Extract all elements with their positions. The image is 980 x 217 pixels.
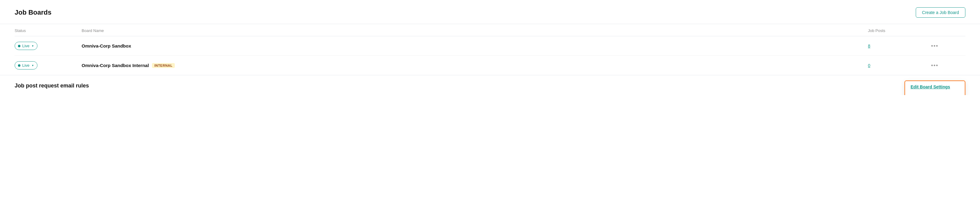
col-status: Status	[14, 28, 82, 33]
dot-1b	[934, 45, 935, 46]
board-name-cell-2: Omniva-Corp Sandbox Internal INTERNAL	[82, 63, 868, 68]
bottom-section: Job post request email rules	[0, 75, 980, 95]
dot-1c	[936, 45, 938, 46]
dot-2c	[936, 65, 938, 66]
menu-dots-button-1[interactable]	[929, 44, 940, 48]
actions-cell-2: Edit Board Settings Edit Post Settings T…	[929, 64, 966, 67]
status-dot-2	[18, 64, 21, 67]
menu-dots-button-2[interactable]	[929, 64, 940, 67]
board-name-2: Omniva-Corp Sandbox Internal	[82, 63, 149, 68]
table-header: Status Board Name Job Posts	[14, 24, 966, 36]
board-name-1: Omniva-Corp Sandbox	[82, 43, 131, 48]
status-label-1: Live	[22, 43, 30, 48]
dot-2b	[934, 65, 935, 66]
create-job-board-button[interactable]: Create a Job Board	[916, 7, 966, 18]
col-job-posts: Job Posts	[868, 28, 929, 33]
dropdown-item-edit-board-settings[interactable]: Edit Board Settings	[905, 81, 965, 93]
status-label-2: Live	[22, 63, 30, 68]
job-posts-cell-1: 8	[868, 43, 929, 48]
job-posts-count-2[interactable]: 0	[868, 63, 870, 68]
table-row-2: Live ▾ Omniva-Corp Sandbox Internal INTE…	[14, 56, 966, 75]
dot-2a	[931, 65, 933, 66]
col-board-name: Board Name	[82, 28, 868, 33]
chevron-down-icon-2: ▾	[32, 64, 33, 67]
status-cell-1: Live ▾	[14, 42, 82, 50]
status-badge-2[interactable]: Live ▾	[14, 61, 37, 70]
col-actions	[929, 28, 966, 33]
internal-badge: INTERNAL	[152, 63, 175, 68]
status-dot-1	[18, 45, 21, 47]
page-header: Job Boards Create a Job Board	[0, 0, 980, 24]
status-cell-2: Live ▾	[14, 61, 82, 70]
board-name-cell-1: Omniva-Corp Sandbox	[82, 43, 868, 48]
job-posts-count-1[interactable]: 8	[868, 43, 870, 48]
dropdown-menu: Edit Board Settings Edit Post Settings T…	[904, 80, 966, 95]
table-section: Status Board Name Job Posts Live ▾ Omniv…	[0, 24, 980, 75]
dropdown-item-edit-post-settings[interactable]: Edit Post Settings	[905, 93, 965, 95]
job-posts-cell-2: 0	[868, 63, 929, 68]
bottom-title: Job post request email rules	[14, 83, 966, 89]
page-title: Job Boards	[14, 8, 51, 16]
table-row: Live ▾ Omniva-Corp Sandbox 8	[14, 36, 966, 56]
page-container: Job Boards Create a Job Board Status Boa…	[0, 0, 980, 95]
dot-1a	[931, 45, 933, 46]
actions-cell-1	[929, 44, 966, 48]
status-badge-1[interactable]: Live ▾	[14, 42, 37, 50]
chevron-down-icon-1: ▾	[32, 44, 33, 48]
